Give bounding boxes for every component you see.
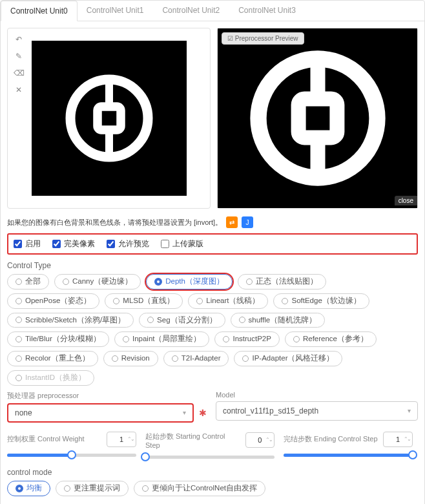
svg-rect-7 <box>310 138 325 173</box>
control-mode-option-2[interactable]: 更倾向于让ControlNet自由发挥 <box>134 481 265 496</box>
invert-hint-text: 如果您的图像有白色背景和黑色线条，请将预处理器设置为 [invort]。 <box>7 218 222 227</box>
control-mode-label: control mode <box>7 468 418 477</box>
control-mode-option-1[interactable]: 更注重提示词 <box>56 481 129 496</box>
start-step-slider[interactable] <box>145 456 275 459</box>
control-mode-group: 均衡更注重提示词更倾向于让ControlNet自由发挥 <box>7 481 418 496</box>
control-type-option-14[interactable]: Reference（参考） <box>285 331 377 347</box>
tab-unit1[interactable]: ControlNet Unit1 <box>78 1 154 21</box>
close-icon[interactable]: ✕ <box>12 83 26 97</box>
json-action-icon[interactable]: J <box>242 216 253 228</box>
start-step-label: 起始步数 Starting Control Step <box>145 432 240 449</box>
control-type-option-19[interactable]: InstantID（换脸） <box>7 370 94 386</box>
tab-unit3[interactable]: ControlNet Unit3 <box>229 1 306 21</box>
start-step-value[interactable]: 0 <box>245 432 275 448</box>
control-type-option-7[interactable]: SoftEdge（软边缘） <box>273 293 369 309</box>
upload-mask-checkbox[interactable]: 上传蒙版 <box>161 238 203 249</box>
svg-rect-5 <box>298 99 337 138</box>
control-weight-slider[interactable] <box>7 454 136 457</box>
end-step-slider[interactable] <box>284 454 413 457</box>
control-type-option-18[interactable]: IP-Adapter（风格迁移） <box>234 351 342 366</box>
svg-rect-1 <box>98 107 121 130</box>
control-type-option-13[interactable]: InstructP2P <box>214 331 279 347</box>
control-type-option-11[interactable]: Tile/Blur（分块/模糊） <box>7 331 109 347</box>
control-type-option-17[interactable]: T2I-Adapter <box>163 351 229 366</box>
edit-icon[interactable]: ✎ <box>12 49 26 63</box>
chevron-down-icon: ▾ <box>183 409 186 416</box>
chevron-down-icon: ▾ <box>408 407 411 414</box>
control-type-option-15[interactable]: Recolor（重上色） <box>7 351 98 366</box>
control-mode-option-0[interactable]: 均衡 <box>7 481 50 496</box>
invert-action-icon[interactable]: ⇄ <box>226 216 238 228</box>
end-step-value[interactable]: 1 <box>383 432 413 447</box>
control-type-option-12[interactable]: Inpaint（局部重绘） <box>114 331 210 347</box>
pixel-perfect-checkbox[interactable]: 完美像素 <box>52 238 95 249</box>
model-label: Model <box>216 391 418 399</box>
preprocessor-preview-badge: ☑ Preprocessor Preview <box>222 32 304 45</box>
model-select[interactable]: control_v11f1p_sd15_depth▾ <box>216 401 418 421</box>
control-type-option-5[interactable]: MLSD（直线） <box>105 293 183 309</box>
end-step-label: 完结步数 Ending Control Step <box>284 434 378 444</box>
preprocessor-label: 预处理器 preprocessor <box>7 391 209 401</box>
tab-unit0[interactable]: ControlNet Unit0 <box>1 1 78 21</box>
preview-logo-image <box>244 44 392 193</box>
svg-rect-2 <box>105 83 113 107</box>
control-type-option-10[interactable]: shuffle（随机洗牌） <box>231 313 326 328</box>
control-type-group: 全部Canny（硬边缘）Depth（深度图）正态（法线贴图）OpenPose（姿… <box>7 274 418 386</box>
preprocessor-select[interactable]: none▾ <box>7 403 194 423</box>
control-type-option-6[interactable]: Lineart（线稿） <box>188 293 268 309</box>
input-logo-image <box>61 70 158 167</box>
svg-rect-3 <box>105 130 113 153</box>
explosion-icon[interactable]: ✱ <box>199 408 207 418</box>
control-type-option-9[interactable]: Seg（语义分割） <box>139 313 225 328</box>
input-image-panel[interactable]: ↶ ✎ ⌫ ✕ <box>7 28 211 209</box>
tab-unit2[interactable]: ControlNet Unit2 <box>153 1 229 21</box>
allow-preview-checkbox[interactable]: 允许预览 <box>107 238 149 249</box>
control-weight-value[interactable]: 1 <box>107 432 136 447</box>
control-type-label: Control Type <box>7 261 418 270</box>
svg-rect-6 <box>310 63 325 99</box>
enable-checkbox[interactable]: 启用 <box>14 238 41 249</box>
control-type-option-1[interactable]: Canny（硬边缘） <box>54 274 141 289</box>
close-preview-button[interactable]: close <box>395 196 417 205</box>
erase-icon[interactable]: ⌫ <box>12 66 26 80</box>
undo-icon[interactable]: ↶ <box>12 32 26 47</box>
control-weight-label: 控制权重 Control Weight <box>7 434 85 444</box>
tabs: ControlNet Unit0 ControlNet Unit1 Contro… <box>1 1 424 21</box>
control-type-option-8[interactable]: Scribble/Sketch（涂鸦/草图） <box>7 313 134 328</box>
control-type-option-2[interactable]: Depth（深度图） <box>146 274 233 289</box>
control-type-option-3[interactable]: 正态（法线贴图） <box>238 274 326 289</box>
control-type-option-0[interactable]: 全部 <box>7 274 49 289</box>
preprocessor-preview-panel: ☑ Preprocessor Preview close <box>217 28 418 209</box>
control-type-option-4[interactable]: OpenPose（姿态） <box>7 293 99 309</box>
control-type-option-16[interactable]: Revision <box>103 351 158 366</box>
